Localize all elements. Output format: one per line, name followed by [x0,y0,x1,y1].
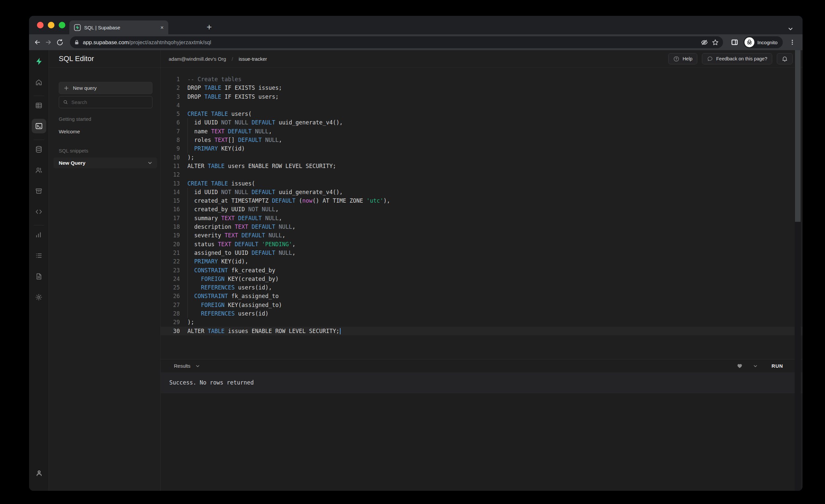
code-line[interactable]: 4 [161,101,803,110]
code-line[interactable]: 11ALTER TABLE users ENABLE ROW LEVEL SEC… [161,162,803,170]
supabase-logo-icon[interactable] [32,54,46,69]
zoom-window-button[interactable] [59,22,65,28]
account-icon[interactable] [29,470,49,477]
side-panel-icon[interactable] [729,37,740,48]
close-tab-icon[interactable]: × [160,25,164,30]
indent-guide [188,275,188,283]
logs-icon[interactable] [32,248,46,263]
code-line[interactable]: 6 id UUID NOT NULL DEFAULT uuid_generate… [161,118,803,127]
code-line[interactable]: 1-- Create tables [161,75,803,83]
close-window-button[interactable] [37,22,44,28]
code-line[interactable]: 25 REFERENCES users(id), [161,283,803,292]
code-line[interactable]: 30ALTER TABLE issues ENABLE ROW LEVEL SE… [161,327,803,335]
notifications-button[interactable] [777,53,793,64]
search-input[interactable] [71,99,148,105]
line-number: 6 [161,118,180,127]
browser-menu-icon[interactable] [787,37,798,48]
code-line[interactable]: 20 status TEXT DEFAULT 'PENDING', [161,240,803,248]
code-line[interactable]: 2DROP TABLE IF EXISTS issues; [161,83,803,92]
help-circle-icon [673,56,679,62]
code-line[interactable]: 27 FOREIGN KEY(assigned_to) [161,301,803,309]
code-line[interactable]: 10); [161,153,803,162]
supabase-app: SQL Editor New query Getting started Wel… [29,50,803,491]
indent-guide [188,196,188,205]
bell-icon [781,56,788,62]
results-chevron-icon[interactable] [195,364,200,368]
settings-gear-icon[interactable] [32,290,46,304]
search-icon [63,99,68,105]
reports-icon[interactable] [32,227,46,242]
help-button-label: Help [682,56,692,61]
code-line[interactable]: 19 severity TEXT DEFAULT NULL, [161,231,803,240]
indent-guide [188,309,188,318]
scrollbar-thumb[interactable] [795,50,801,222]
code-line[interactable]: 21 assigned_to UUID DEFAULT NULL, [161,248,803,257]
run-button[interactable]: RUN [771,363,783,369]
new-tab-button[interactable]: + [203,21,215,33]
code-line[interactable]: 8 roles TEXT[] DEFAULT NULL, [161,136,803,144]
home-icon[interactable] [32,75,46,89]
code-line[interactable]: 22 PRIMARY KEY(id), [161,257,803,266]
sql-editor-icon[interactable] [32,119,46,133]
sql-code-editor[interactable]: 1-- Create tables2DROP TABLE IF EXISTS i… [161,68,803,359]
code-line[interactable]: 15 created_at TIMESTAMPTZ DEFAULT (now()… [161,196,803,205]
code-line[interactable]: 7 name TEXT DEFAULT NULL, [161,127,803,136]
forward-icon[interactable] [43,37,54,48]
line-number: 17 [161,214,180,222]
table-editor-icon[interactable] [32,98,46,113]
sidebar-item-welcome[interactable]: Welcome [59,129,152,135]
code-line[interactable]: 9 PRIMARY KEY(id) [161,144,803,153]
page-scrollbar[interactable] [795,50,801,491]
code-line[interactable]: 18 description TEXT DEFAULT NULL, [161,222,803,231]
browser-tab[interactable]: SQL | Supabase × [69,20,168,34]
page-title: SQL Editor [59,55,94,63]
results-tab-label[interactable]: Results [174,363,191,369]
run-options-chevron-icon[interactable] [753,364,758,368]
feedback-button-label: Feedback on this page? [716,56,767,61]
indent-guide [188,240,188,248]
code-line[interactable]: 26 CONSTRAINT fk_assigned_to [161,292,803,300]
indent-guide [188,222,188,231]
code-line[interactable]: 23 CONSTRAINT fk_created_by [161,266,803,275]
main-panel: adam@windmill.dev's Org / issue-tracker … [161,50,803,491]
code-line[interactable]: 13CREATE TABLE issues( [161,179,803,188]
favorite-heart-icon[interactable] [737,363,743,369]
code-line[interactable]: 29); [161,318,803,327]
storage-icon[interactable] [32,184,46,198]
code-line[interactable]: 28 REFERENCES users(id) [161,309,803,318]
line-number: 14 [161,188,180,196]
reload-icon[interactable] [54,37,65,48]
code-line[interactable]: 3DROP TABLE IF EXISTS users; [161,92,803,101]
indent-guide [188,283,188,292]
line-number: 23 [161,266,180,275]
section-label-getting-started: Getting started [59,116,152,122]
edge-functions-icon[interactable] [32,204,46,219]
bookmark-star-icon[interactable] [711,39,719,46]
search-box[interactable] [59,96,152,108]
code-line[interactable]: 12 [161,170,803,179]
code-line[interactable]: 14 id UUID NOT NULL DEFAULT uuid_generat… [161,188,803,196]
help-button[interactable]: Help [668,53,697,64]
code-line[interactable]: 16 created_by UUID NOT NULL, [161,205,803,214]
incognito-icon [745,37,754,47]
code-line[interactable]: 24 FOREIGN KEY(created_by) [161,275,803,283]
line-number: 12 [161,170,180,179]
code-line[interactable]: 17 summary TEXT DEFAULT NULL, [161,214,803,222]
database-icon[interactable] [32,142,46,156]
sidebar-item-new-query[interactable]: New Query [54,157,157,168]
eye-off-icon[interactable] [700,39,708,46]
auth-users-icon[interactable] [32,163,46,177]
line-number: 16 [161,205,180,214]
back-icon[interactable] [32,37,43,48]
minimize-window-button[interactable] [48,22,55,28]
tab-search-chevron-icon[interactable] [788,26,793,32]
new-query-button[interactable]: New query [59,82,152,94]
indent-guide [188,301,188,309]
feedback-button[interactable]: Feedback on this page? [702,53,772,64]
breadcrumb-org[interactable]: adam@windmill.dev's Org [169,56,226,62]
address-bar[interactable]: app.supabase.com/project/azahtnhqohyjerz… [70,36,723,48]
breadcrumb-project[interactable]: issue-tracker [239,56,267,62]
api-docs-icon[interactable] [32,269,46,284]
results-output: Success. No rows returned [161,372,803,393]
code-line[interactable]: 5CREATE TABLE users( [161,110,803,118]
